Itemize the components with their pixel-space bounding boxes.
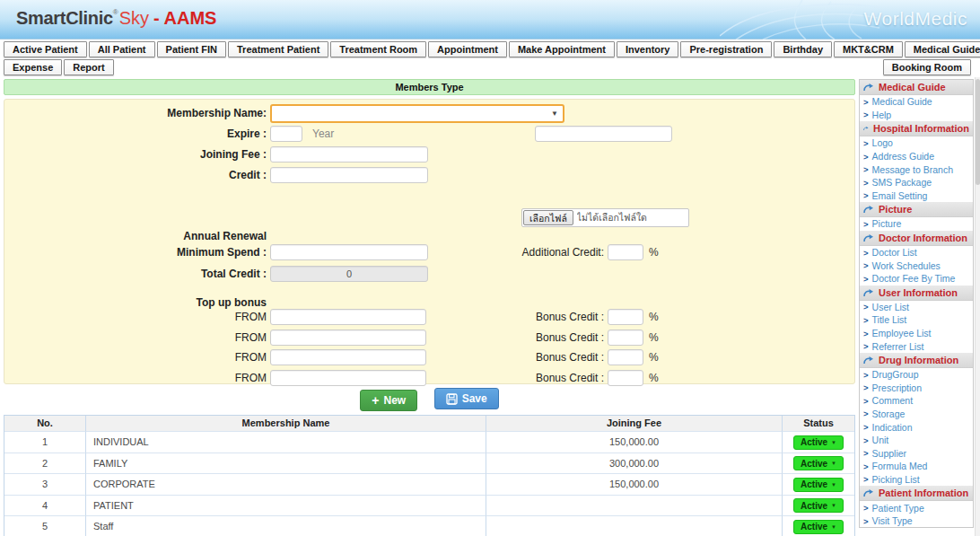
chevron-down-icon: ▼ [831, 440, 836, 445]
sidebar-link[interactable]: > Title List [860, 313, 973, 327]
status-dropdown[interactable]: Active▼ [793, 478, 844, 492]
chevron-right-icon: > [863, 248, 869, 258]
percent-label: % [649, 372, 659, 384]
bonus-credit-input[interactable] [608, 370, 643, 386]
curved-arrow-icon [863, 83, 874, 92]
tab-booking-room[interactable]: Booking Room [883, 59, 971, 75]
bonus-credit-input[interactable] [608, 309, 643, 325]
sidebar-link[interactable]: > Supplier [860, 446, 973, 460]
joining-fee-cell [486, 516, 783, 536]
sidebar-link[interactable]: > Doctor List [860, 246, 973, 259]
scrollbar-thumb[interactable] [976, 79, 980, 185]
chevron-right-icon: > [863, 110, 869, 119]
sidebar-link[interactable]: > Comment [860, 394, 973, 408]
bonus-credit-input[interactable] [608, 349, 643, 365]
col-joining-fee: Joining Fee [486, 416, 783, 432]
sidebar-link[interactable]: > Logo [860, 136, 973, 150]
nav-tab[interactable]: Patient FIN [157, 41, 226, 57]
total-credit-input [270, 266, 428, 282]
status-dropdown[interactable]: Active▼ [793, 520, 844, 534]
save-button[interactable]: Save [434, 388, 499, 409]
table-row: 2 FAMILY 300,000.00 Active▼ [4, 453, 854, 475]
nav-tab[interactable]: Medical Guide [905, 41, 980, 57]
status-cell: Active▼ [783, 453, 854, 475]
status-dropdown[interactable]: Active▼ [793, 498, 844, 513]
sidebar-link[interactable]: > Message to Branch [860, 163, 973, 176]
sidebar-link[interactable]: > Prescription [860, 382, 973, 395]
percent-label: % [649, 351, 659, 364]
vertical-scrollbar[interactable] [975, 77, 980, 536]
sidebar-link[interactable]: > Indication [860, 420, 973, 434]
sidebar-link[interactable]: > Work Schedules [860, 259, 973, 272]
joining-fee-cell [486, 496, 783, 517]
nav-tab[interactable]: Treatment Room [330, 41, 426, 57]
nav-tab[interactable]: Treatment Patient [228, 41, 328, 57]
chevron-down-icon: ▼ [831, 461, 836, 466]
table-row: 1 INDIVIDUAL 150,000.00 Active▼ [4, 432, 854, 453]
nav-tab[interactable]: Pre-registration [680, 41, 772, 57]
sidebar-link[interactable]: > Picking List [860, 473, 973, 487]
sidebar-link[interactable]: > Employee List [860, 327, 973, 340]
membership-name-select[interactable]: ▼ [270, 104, 564, 123]
nav-tab[interactable]: Report [64, 59, 113, 75]
sidebar-section-header: Drug Information [860, 353, 973, 368]
status-dropdown[interactable]: Active▼ [793, 456, 844, 470]
col-status: Status [783, 416, 854, 432]
plus-icon: + [372, 394, 379, 407]
nav-tab[interactable]: Birthday [774, 41, 832, 57]
chevron-right-icon: > [863, 97, 869, 107]
nav-tab[interactable]: Expense [4, 59, 62, 75]
sidebar-link[interactable]: > Visit Type [860, 514, 973, 528]
joining-fee-input[interactable] [270, 146, 428, 163]
sidebar-items: > Logo > Address Guide > Message to Bran… [860, 136, 973, 202]
nav-tab[interactable]: Active Patient [4, 41, 87, 57]
sidebar-link[interactable]: > User List [860, 301, 973, 314]
sidebar-link[interactable]: > SMS Package [860, 176, 973, 189]
sidebar-link[interactable]: > Medical Guide [860, 95, 973, 109]
table-body: 1 INDIVIDUAL 150,000.00 Active▼ 2 FAMILY… [4, 432, 854, 536]
additional-credit-input[interactable] [608, 244, 643, 260]
sidebar-items: > Picture [860, 217, 973, 231]
sidebar-link[interactable]: > Unit [860, 434, 973, 447]
sidebar-section-title: Drug Information [879, 355, 958, 365]
sidebar-link[interactable]: > Picture [860, 217, 973, 231]
sidebar-section: Hospital Information > Logo > Address Gu… [860, 121, 973, 202]
chevron-right-icon: > [863, 516, 869, 526]
joining-fee-cell: 300,000.00 [486, 453, 783, 475]
total-credit-label: Total Credit : [4, 268, 267, 280]
table-header: No. Membership Name Joining Fee Status [4, 416, 854, 432]
sidebar-link[interactable]: > Help [860, 109, 973, 122]
row-number-cell: 3 [4, 474, 86, 496]
sidebar-link[interactable]: > Address Guide [860, 150, 973, 163]
chevron-right-icon: > [863, 152, 869, 162]
new-button[interactable]: +New [360, 390, 417, 411]
chevron-down-icon: ▼ [551, 110, 558, 118]
tab-group-right: Pre-registrationBirthdayMKT&CRMMedical G… [680, 41, 980, 57]
sidebar-items: > Doctor List > Work Schedules > Doctor … [860, 246, 973, 286]
nav-tab[interactable]: All Patient [89, 41, 155, 57]
sidebar-link[interactable]: > Storage [860, 408, 973, 421]
sidebar-link[interactable]: > DrugGroup [860, 368, 973, 382]
tab-group-left: Active PatientAll PatientPatient FINTrea… [4, 41, 680, 57]
unlabeled-input[interactable] [535, 126, 672, 142]
sidebar-link[interactable]: > Formula Med [860, 460, 973, 473]
nav-tab[interactable]: Inventory [617, 41, 679, 57]
sidebar-link[interactable]: > Doctor Fee By Time [860, 272, 973, 286]
nav-tab[interactable]: MKT&CRM [834, 41, 903, 57]
membership-name-label: Membership Name: [4, 107, 267, 119]
sidebar-link[interactable]: > Email Setting [860, 189, 973, 203]
choose-file-button[interactable]: เลือกไฟล์ [523, 210, 573, 225]
bonus-credit-input[interactable] [608, 330, 643, 346]
from-label: FROM [4, 372, 267, 384]
brand-worldmedic: WorldMedic [864, 8, 967, 30]
sidebar-link[interactable]: > Patient Type [860, 501, 973, 514]
credit-input[interactable] [270, 167, 428, 183]
sidebar-link[interactable]: > Referrer List [860, 339, 973, 353]
status-dropdown[interactable]: Active▼ [793, 435, 844, 450]
nav-tab[interactable]: Appointment [428, 41, 507, 57]
sidebar-section: Medical Guide > Medical Guide > Help [860, 80, 973, 121]
bonus-credit-label: Bonus Credit : [346, 331, 604, 344]
nav-tab[interactable]: Make Appointment [509, 41, 615, 57]
sidebar-section-header: Medical Guide [860, 80, 973, 95]
expire-input[interactable] [270, 126, 302, 142]
